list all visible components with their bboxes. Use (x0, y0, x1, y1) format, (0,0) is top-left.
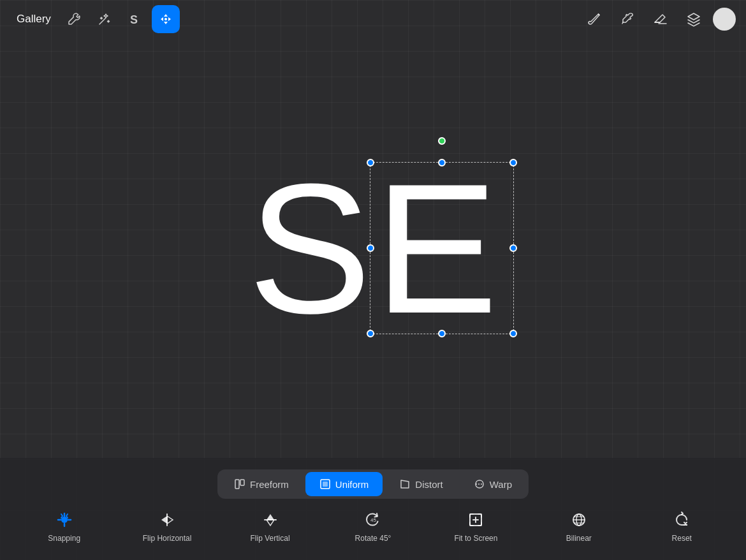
handle-top-right[interactable] (509, 159, 517, 166)
move-icon (159, 12, 173, 26)
flip-v-icon (261, 511, 279, 529)
wrench-icon (67, 12, 81, 26)
freeform-label: Freeform (250, 479, 289, 490)
brush-icon (587, 11, 602, 27)
svg-rect-2 (235, 480, 239, 489)
wrench-button[interactable] (60, 5, 88, 33)
flip-v-label: Flip Vertical (251, 534, 290, 543)
snapping-action[interactable]: Snapping (36, 509, 93, 543)
uniform-label: Uniform (335, 479, 369, 490)
flip-horizontal-action[interactable]: Flip Horizontal (138, 509, 196, 543)
flip-h-icon-container (156, 509, 178, 531)
mode-warp-button[interactable]: Warp (460, 472, 526, 496)
bottom-area: Freeform Uniform Distort Warp (0, 458, 746, 560)
toolbar-left: Gallery S (10, 5, 180, 33)
mode-uniform-button[interactable]: Uniform (305, 472, 383, 496)
eyedropper-button[interactable] (613, 5, 641, 33)
flip-v-icon-container (260, 509, 281, 531)
uniform-icon (319, 478, 331, 490)
eraser-button[interactable] (647, 5, 675, 33)
brush-button[interactable] (580, 5, 608, 33)
magic-wand-button[interactable] (91, 5, 119, 33)
rotation-handle[interactable] (438, 137, 446, 145)
letters-container: S E (248, 156, 498, 341)
avatar[interactable] (713, 8, 736, 31)
handle-mid-right[interactable] (509, 244, 517, 252)
top-toolbar: Gallery S (0, 0, 746, 38)
bilinear-label: Bilinear (566, 534, 592, 543)
warp-label: Warp (490, 479, 512, 490)
svg-point-1 (165, 18, 167, 20)
flip-vertical-action[interactable]: Flip Vertical (242, 509, 299, 543)
flip-h-icon (158, 511, 176, 529)
distort-icon (399, 478, 411, 490)
snapping-icon-container (54, 509, 75, 531)
rotate-icon: 45 (364, 511, 382, 529)
mode-distort-button[interactable]: Distort (385, 472, 457, 496)
reset-icon-container (671, 509, 692, 531)
letter-e: E (375, 156, 498, 341)
rotate-45-label: Rotate 45° (355, 534, 391, 543)
canvas-area[interactable]: S E (0, 38, 746, 458)
smudge-button[interactable]: S (121, 5, 149, 33)
gallery-button[interactable]: Gallery (10, 8, 57, 31)
handle-bot-right[interactable] (509, 330, 517, 337)
action-bar: Snapping Flip Horizontal F (0, 503, 746, 548)
rotate-icon-container: 45 (362, 509, 384, 531)
warp-icon (474, 478, 485, 490)
reset-action[interactable]: Reset (653, 509, 710, 543)
svg-rect-5 (323, 482, 328, 487)
eraser-icon (653, 11, 668, 27)
fit-icon-container (465, 509, 486, 531)
magic-wand-icon (98, 12, 112, 26)
layers-button[interactable] (680, 5, 708, 33)
letter-e-wrapper[interactable]: E (375, 156, 498, 341)
rotate-45-action[interactable]: 45 Rotate 45° (344, 509, 402, 543)
smudge-icon: S (128, 12, 142, 26)
mode-selector: Freeform Uniform Distort Warp (217, 469, 529, 499)
flip-h-label: Flip Horizontal (143, 534, 192, 543)
fit-to-screen-action[interactable]: Fit to Screen (447, 509, 504, 543)
move-button[interactable] (152, 5, 180, 33)
eyedropper-icon (620, 11, 635, 27)
letter-s: S (248, 156, 368, 341)
toolbar-right (580, 5, 736, 33)
bilinear-icon (570, 511, 588, 529)
layers-icon (686, 11, 701, 27)
snapping-label: Snapping (48, 534, 80, 543)
mode-freeform-button[interactable]: Freeform (220, 472, 303, 496)
reset-label: Reset (672, 534, 692, 543)
fit-icon (467, 511, 485, 529)
distort-label: Distort (415, 479, 442, 490)
snapping-icon (55, 511, 73, 529)
svg-text:S: S (130, 13, 138, 26)
fit-to-screen-label: Fit to Screen (454, 534, 497, 543)
bilinear-icon-container (568, 509, 590, 531)
freeform-icon (234, 478, 245, 490)
svg-rect-3 (240, 480, 244, 485)
bilinear-action[interactable]: Bilinear (550, 509, 608, 543)
svg-text:45: 45 (370, 517, 376, 523)
reset-icon (673, 511, 691, 529)
